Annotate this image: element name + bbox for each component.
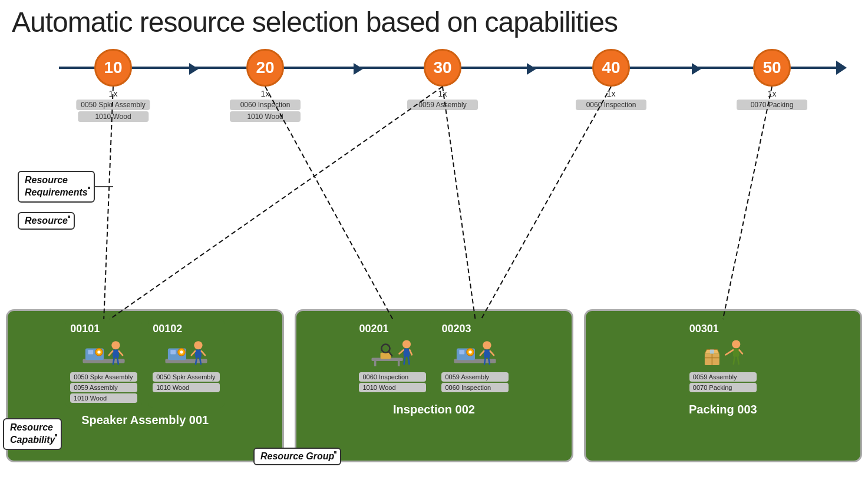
svg-line-33 — [408, 357, 410, 364]
svg-line-18 — [192, 351, 195, 355]
svg-point-4 — [97, 350, 100, 353]
app: Automatic resource selection based on ca… — [0, 0, 868, 480]
svg-rect-36 — [460, 350, 465, 354]
svg-line-43 — [484, 358, 486, 365]
resources-row-grp-003: 00301 0059 Assembly0070 Packing — [594, 319, 852, 397]
resource-group-grp-002: 00201 0060 Inspection1010 Wood00203 — [295, 309, 573, 462]
resource-group-grp-003: 00301 0059 Assembly0070 PackingPacking 0… — [584, 309, 862, 462]
svg-point-28 — [402, 340, 411, 348]
svg-line-32 — [404, 357, 405, 364]
svg-line-42 — [490, 351, 494, 355]
timeline-area: 101x0050 Spkr Assembly1010 Wood201x0060 … — [12, 44, 856, 121]
timeline-arrow — [836, 61, 847, 75]
timeline-arrow-1 — [354, 63, 363, 75]
svg-line-7 — [109, 351, 113, 355]
svg-point-16 — [194, 341, 202, 349]
step-tag-50-0: 0070 Packing — [737, 100, 807, 110]
step-qty-50: 1x — [768, 89, 777, 98]
svg-line-10 — [117, 358, 118, 365]
svg-rect-6 — [113, 349, 119, 357]
resource-id-00101: 00101 — [70, 323, 137, 335]
svg-line-53 — [734, 357, 735, 364]
svg-rect-2 — [88, 350, 93, 354]
svg-rect-50 — [733, 349, 740, 357]
svg-rect-48 — [710, 349, 714, 353]
svg-line-30 — [400, 350, 404, 353]
resource-id-00301: 00301 — [689, 323, 757, 335]
timeline-arrow-3 — [692, 63, 701, 75]
svg-rect-23 — [374, 361, 377, 366]
step-qty-40: 1x — [607, 89, 616, 98]
svg-line-51 — [725, 350, 732, 355]
svg-rect-17 — [195, 349, 202, 357]
group-title-grp-003: Packing 003 — [594, 403, 852, 416]
step-circle-30: 30 — [424, 49, 461, 87]
svg-line-41 — [480, 351, 484, 355]
svg-line-19 — [202, 351, 205, 355]
step-tag-30-0: 0059 Assembly — [407, 100, 478, 110]
svg-line-60 — [723, 87, 772, 319]
step-tag-40-0: 0060 Inspection — [576, 100, 646, 110]
cap-tag-00201-0: 0060 Inspection — [359, 372, 426, 382]
resource-card-00101: 00101 0050 Spkr Assembly0059 Assembly101… — [65, 319, 142, 408]
svg-line-31 — [410, 350, 412, 355]
step-circle-50: 50 — [753, 49, 791, 87]
step-circle-40: 40 — [592, 49, 630, 87]
main-title: Automatic resource selection based on ca… — [12, 6, 856, 38]
resource-icon-00201 — [359, 337, 426, 370]
svg-rect-13 — [170, 350, 176, 354]
svg-rect-29 — [404, 349, 410, 357]
timeline-arrow-0 — [189, 63, 199, 75]
svg-line-21 — [200, 358, 201, 365]
cap-tag-00201-1: 1010 Wood — [359, 383, 426, 392]
step-tag-10-0: 0050 Spkr Assembly — [76, 100, 150, 110]
resource-id-00203: 00203 — [441, 323, 509, 335]
callout-resource: Resource — [18, 212, 75, 230]
svg-point-38 — [469, 350, 472, 353]
svg-line-9 — [113, 358, 114, 365]
cap-tag-00301-0: 0059 Assembly — [689, 372, 757, 382]
resource-icon-00101 — [70, 337, 137, 370]
step-qty-30: 1x — [438, 89, 447, 98]
step-tag-20-1: 1010 Wood — [230, 111, 301, 122]
step-labels-10: 1x0050 Spkr Assembly1010 Wood — [76, 89, 150, 122]
cap-tag-00102-0: 0050 Spkr Assembly — [153, 372, 220, 382]
resource-card-00102: 00102 0050 Spkr Assembly1010 Wood — [148, 319, 225, 408]
callout-resource-group: Resource Group — [253, 448, 341, 465]
resource-card-00301: 00301 0059 Assembly0070 Packing — [685, 319, 761, 397]
step-labels-40: 1x0060 Inspection — [576, 89, 646, 110]
svg-point-5 — [111, 341, 120, 349]
cap-tag-00101-2: 1010 Wood — [70, 393, 137, 403]
resource-card-00203: 00203 0059 Assembly0060 Inspection — [437, 319, 513, 397]
cap-tag-00101-0: 0050 Spkr Assembly — [70, 372, 137, 382]
groups-area: 00101 0050 Spkr Assembly0059 Assembly101… — [6, 309, 862, 462]
resource-icon-00203 — [441, 337, 509, 370]
svg-line-54 — [738, 357, 739, 364]
callout-resource-requirements: ResourceRequirements — [18, 171, 95, 203]
resource-id-00102: 00102 — [153, 323, 220, 335]
svg-point-49 — [732, 340, 740, 348]
resource-icon-00301 — [689, 337, 757, 370]
timeline-arrow-2 — [527, 63, 536, 75]
svg-line-58 — [443, 87, 475, 319]
step-labels-50: 1x0070 Packing — [737, 89, 807, 110]
svg-line-20 — [196, 358, 197, 365]
svg-rect-24 — [398, 361, 400, 366]
group-title-grp-002: Inspection 002 — [305, 403, 563, 416]
step-circle-20: 20 — [246, 49, 284, 87]
resource-icon-00102 — [153, 337, 220, 370]
cap-tag-00203-0: 0059 Assembly — [441, 372, 509, 382]
svg-line-44 — [489, 358, 490, 365]
step-tag-10-1: 1010 Wood — [78, 111, 148, 122]
svg-line-52 — [739, 350, 742, 353]
resources-row-grp-001: 00101 0050 Spkr Assembly0059 Assembly101… — [16, 319, 274, 408]
cap-tag-00102-1: 1010 Wood — [153, 383, 220, 392]
resource-id-00201: 00201 — [359, 323, 426, 335]
cap-tag-00101-1: 0059 Assembly — [70, 383, 137, 392]
svg-point-15 — [180, 350, 183, 353]
resource-card-00201: 00201 0060 Inspection1010 Wood — [354, 319, 431, 397]
step-labels-30: 1x0059 Assembly — [407, 89, 478, 110]
svg-line-8 — [119, 351, 123, 355]
step-qty-10: 1x — [109, 89, 118, 98]
resources-row-grp-002: 00201 0060 Inspection1010 Wood00203 — [305, 319, 563, 397]
